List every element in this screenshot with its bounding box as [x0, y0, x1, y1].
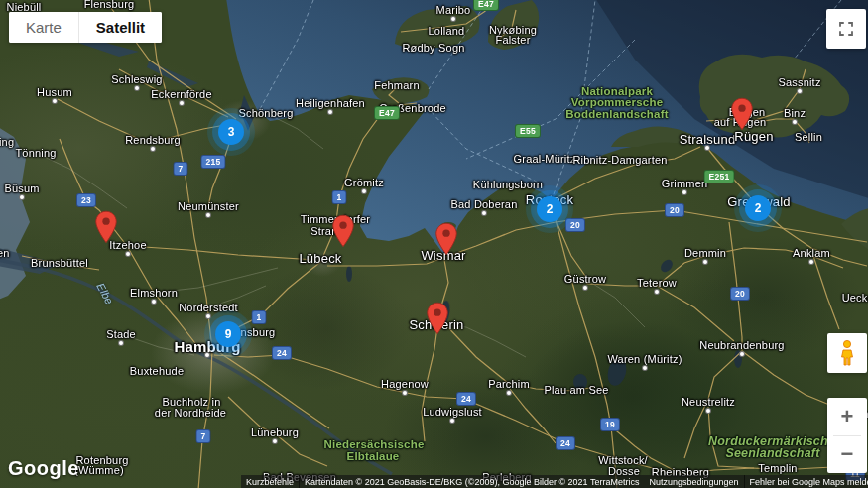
pin-itzehoe[interactable] [95, 210, 117, 244]
zoom-out-button[interactable]: − [827, 436, 867, 474]
terms-link[interactable]: Nutzungsbedingungen [644, 477, 743, 487]
cluster-count: 2 [755, 201, 762, 215]
map-markers-layer: 3922 [0, 0, 868, 488]
map-data-attribution: Kartendaten © 2021 GeoBasis-DE/BKG (©200… [300, 477, 644, 487]
marker-cluster[interactable]: 3 [218, 119, 244, 145]
pin-bergen-auf-ruegen[interactable] [731, 97, 753, 131]
pin-timmendorfer-strand[interactable] [332, 214, 354, 248]
karte-button[interactable]: Karte [9, 12, 78, 43]
pegman-icon [839, 340, 855, 366]
marker-cluster[interactable]: 2 [745, 195, 771, 221]
marker-cluster[interactable]: 9 [215, 321, 241, 347]
attribution-bar: Kurzbefehle Kartendaten © 2021 GeoBasis-… [241, 475, 868, 488]
cluster-count: 9 [225, 327, 232, 341]
keyboard-shortcuts-link[interactable]: Kurzbefehle [241, 477, 299, 487]
satellit-button[interactable]: Satellit [79, 12, 162, 43]
map-type-control: Karte Satellit [9, 12, 162, 43]
map-canvas[interactable]: NiebüllFlensburgHusumSchleswigEckernförd… [0, 0, 868, 488]
fullscreen-icon [837, 20, 855, 38]
report-error-link[interactable]: Fehler bei Google Maps melden [745, 477, 868, 487]
google-logo[interactable]: Google [8, 457, 79, 480]
zoom-control: + − [827, 398, 867, 473]
zoom-in-button[interactable]: + [827, 398, 867, 435]
fullscreen-button[interactable] [826, 9, 866, 49]
marker-cluster[interactable]: 2 [537, 196, 562, 222]
cluster-count: 3 [228, 125, 235, 139]
cluster-count: 2 [547, 202, 554, 216]
pegman-button[interactable] [827, 333, 867, 373]
pin-schwerin[interactable] [427, 302, 448, 335]
pin-wismar[interactable] [435, 222, 457, 256]
